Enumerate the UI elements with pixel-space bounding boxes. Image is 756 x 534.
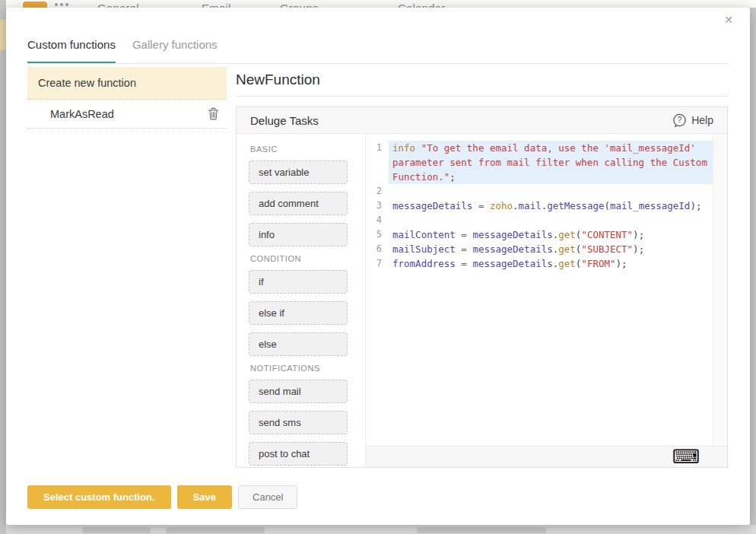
- task-button-info[interactable]: info: [249, 223, 348, 246]
- task-button-post-to-chat[interactable]: post to chat: [249, 442, 348, 466]
- code-line: 1info "To get the email data, use the 'm…: [366, 141, 713, 155]
- custom-functions-dialog: ✕ Custom functionsGallery functions Crea…: [6, 8, 750, 525]
- deluge-tasks-body: BASICset variableadd commentinfoCONDITIO…: [237, 134, 727, 467]
- task-button-if[interactable]: if: [249, 270, 348, 294]
- task-button-set-variable[interactable]: set variable: [249, 161, 348, 184]
- tab-custom-functions[interactable]: Custom functions: [27, 38, 116, 64]
- code-text: mailContent = messageDetails.get("CONTEN…: [389, 227, 713, 242]
- function-name: MarkAsRead: [50, 108, 114, 120]
- task-group-heading: CONDITION: [237, 254, 365, 263]
- background-nav-calendar: Calendar: [398, 2, 445, 8]
- line-number: 3: [366, 199, 389, 213]
- code-text: [389, 184, 713, 199]
- deluge-tasks-panel: Deluge Tasks ? Help BASICset variableadd…: [236, 106, 728, 468]
- code-line: 4: [366, 213, 713, 227]
- tabs-divider: [27, 63, 728, 64]
- code-line: 5mailContent = messageDetails.get("CONTE…: [366, 227, 713, 242]
- code-line: 6mailSubject = messageDetails.get("SUBJE…: [366, 242, 713, 256]
- background-bottom-strip: [6, 525, 756, 534]
- code-line: 3messageDetails = zoho.mail.getMessage(m…: [366, 199, 713, 213]
- create-new-function-button[interactable]: Create new function: [27, 67, 227, 100]
- background-fragment: [82, 527, 151, 533]
- editor-scrollbar[interactable]: [713, 134, 727, 446]
- code-text: parameter sent from mail filter when cal…: [389, 155, 713, 170]
- select-custom-function-button[interactable]: Select custom function.: [27, 485, 171, 509]
- code-text: mailSubject = messageDetails.get("SUBJEC…: [389, 242, 713, 256]
- background-fragment: [166, 527, 265, 533]
- code-text: Function.";: [389, 170, 713, 184]
- task-group-condition: CONDITIONifelse ifelse: [237, 254, 365, 356]
- code-line: parameter sent from mail filter when cal…: [366, 155, 713, 170]
- line-number: 1: [366, 141, 389, 155]
- task-palette: BASICset variableadd commentinfoCONDITIO…: [237, 134, 366, 467]
- function-item-markasread[interactable]: MarkAsRead: [27, 100, 227, 129]
- app-logo-icon: [23, 2, 47, 8]
- deluge-tasks-header: Deluge Tasks ? Help: [237, 107, 727, 134]
- code-line: Function.";: [366, 170, 713, 184]
- tab-gallery-functions[interactable]: Gallery functions: [132, 38, 218, 64]
- help-button[interactable]: ? Help: [672, 113, 713, 128]
- code-lines[interactable]: 1info "To get the email data, use the 'm…: [366, 134, 713, 446]
- line-number: 5: [366, 227, 389, 242]
- deluge-tasks-title: Deluge Tasks: [250, 114, 319, 127]
- background-fragment: [417, 527, 546, 533]
- code-text: fromAddress = messageDetails.get("FROM")…: [389, 256, 713, 271]
- task-group-heading: NOTIFICATIONS: [237, 364, 365, 373]
- close-icon[interactable]: ✕: [724, 14, 733, 25]
- task-button-else-if[interactable]: else if: [249, 301, 348, 325]
- dialog-tabs: Custom functionsGallery functions: [27, 38, 234, 64]
- task-button-send-sms[interactable]: send sms: [249, 411, 348, 434]
- background-top-nav: GeneralEmailGroupsCalendar: [6, 0, 756, 8]
- background-nav-email: Email: [202, 2, 231, 8]
- task-group-basic: BASICset variableadd commentinfo: [237, 145, 365, 246]
- background-nav-groups: Groups: [280, 2, 318, 8]
- help-label: Help: [691, 114, 713, 126]
- title-divider: [236, 96, 728, 97]
- help-question-icon: ?: [672, 113, 687, 128]
- background-left-strip: [0, 0, 6, 534]
- editor-footer: ⌨: [366, 446, 727, 467]
- line-number: [366, 170, 389, 184]
- background-left-accent: [0, 20, 6, 50]
- task-group-heading: BASIC: [237, 145, 365, 154]
- code-text: messageDetails = zoho.mail.getMessage(ma…: [389, 199, 713, 213]
- line-number: 4: [366, 213, 389, 227]
- delete-function-icon[interactable]: [208, 107, 219, 120]
- apps-grid-icon: [55, 3, 58, 6]
- line-number: 7: [366, 256, 389, 271]
- functions-sidebar: Create new function MarkAsRead: [27, 67, 227, 129]
- svg-text:?: ?: [678, 116, 682, 124]
- line-number: [366, 155, 389, 170]
- code-line: 7fromAddress = messageDetails.get("FROM"…: [366, 256, 713, 271]
- code-text: info "To get the email data, use the 'ma…: [389, 141, 713, 155]
- task-group-notifications: NOTIFICATIONSsend mailsend smspost to ch…: [237, 364, 365, 466]
- save-button[interactable]: Save: [177, 485, 232, 509]
- line-number: 2: [366, 184, 389, 199]
- code-line: 2: [366, 184, 713, 199]
- task-button-add-comment[interactable]: add comment: [249, 192, 348, 215]
- code-editor[interactable]: 1info "To get the email data, use the 'm…: [366, 134, 727, 467]
- line-number: 6: [366, 242, 389, 256]
- code-text: [389, 213, 713, 227]
- keyboard-shortcuts-icon[interactable]: ⌨: [672, 447, 700, 467]
- task-button-send-mail[interactable]: send mail: [249, 380, 348, 403]
- task-button-else[interactable]: else: [249, 332, 348, 356]
- function-name-title[interactable]: NewFunction: [236, 72, 320, 88]
- cancel-button[interactable]: Cancel: [238, 485, 297, 509]
- dialog-footer: Select custom function.SaveCancel: [27, 485, 297, 509]
- background-nav-general: General: [97, 2, 139, 8]
